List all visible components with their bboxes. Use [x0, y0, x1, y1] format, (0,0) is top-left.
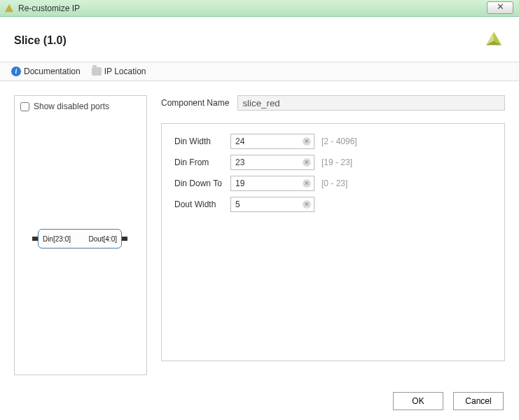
right-panel: Component Name Din Width ✕ [2 - 4096] Di…	[161, 95, 505, 375]
param-label: Din Width	[174, 136, 230, 146]
preview-panel: Show disabled ports Din[23:0] Dout[4:0]	[14, 95, 147, 375]
documentation-label: Documentation	[24, 66, 81, 76]
vivado-logo-icon	[483, 29, 505, 52]
show-disabled-ports-input[interactable]	[20, 102, 29, 111]
din-from-input[interactable]	[231, 155, 314, 169]
param-row-din-down-to: Din Down To ✕ [0 - 23]	[174, 176, 492, 191]
range-hint: [0 - 23]	[321, 178, 347, 188]
ip-location-label: IP Location	[104, 66, 146, 76]
param-row-dout-width: Dout Width ✕	[174, 197, 492, 212]
din-port-label: Din[23:0]	[43, 235, 71, 243]
din-width-input-wrap: ✕	[230, 134, 314, 149]
window-title: Re-customize IP	[18, 4, 80, 13]
show-disabled-ports-checkbox[interactable]: Show disabled ports	[20, 102, 141, 111]
dialog-footer: OK Cancel	[393, 392, 504, 410]
param-label: Din From	[174, 158, 230, 167]
clear-icon[interactable]: ✕	[303, 200, 311, 209]
app-icon	[4, 4, 14, 13]
content-area: Show disabled ports Din[23:0] Dout[4:0] …	[0, 81, 519, 389]
dout-port-label: Dout[4:0]	[88, 235, 117, 243]
close-button[interactable]: ✕	[487, 1, 513, 14]
dialog-header: Slice (1.0)	[0, 17, 519, 62]
din-width-input[interactable]	[231, 134, 314, 148]
component-name-input[interactable]	[237, 95, 505, 111]
clear-icon[interactable]: ✕	[303, 158, 311, 167]
range-hint: [2 - 4096]	[321, 136, 357, 146]
title-bar: Re-customize IP ✕	[0, 0, 519, 17]
param-row-din-from: Din From ✕ [19 - 23]	[174, 155, 492, 170]
param-label: Dout Width	[174, 200, 230, 209]
cancel-button[interactable]: Cancel	[453, 392, 504, 410]
port-marker-right	[122, 237, 127, 241]
port-marker-left	[32, 237, 38, 241]
documentation-link[interactable]: i Documentation	[11, 66, 81, 76]
block-diagram: Din[23:0] Dout[4:0]	[34, 229, 125, 248]
ip-location-link[interactable]: IP Location	[92, 66, 146, 76]
info-icon: i	[11, 66, 21, 76]
component-name-label: Component Name	[161, 98, 229, 108]
folder-icon	[92, 67, 102, 76]
page-title: Slice (1.0)	[14, 34, 67, 47]
dout-width-input-wrap: ✕	[230, 197, 314, 212]
param-label: Din Down To	[174, 178, 230, 188]
slice-block: Din[23:0] Dout[4:0]	[38, 229, 122, 248]
din-from-input-wrap: ✕	[230, 155, 314, 170]
clear-icon[interactable]: ✕	[303, 137, 311, 146]
din-down-to-input-wrap: ✕	[230, 176, 314, 191]
ok-button[interactable]: OK	[393, 392, 443, 410]
dout-width-input[interactable]	[231, 197, 314, 211]
toolbar: i Documentation IP Location	[0, 62, 519, 81]
component-name-row: Component Name	[161, 95, 505, 111]
range-hint: [19 - 23]	[321, 158, 352, 167]
param-row-din-width: Din Width ✕ [2 - 4096]	[174, 134, 492, 149]
din-down-to-input[interactable]	[231, 176, 314, 190]
show-disabled-ports-label: Show disabled ports	[34, 102, 109, 111]
svg-marker-0	[5, 4, 13, 11]
parameters-box: Din Width ✕ [2 - 4096] Din From ✕ [19 - …	[161, 123, 505, 361]
clear-icon[interactable]: ✕	[303, 179, 311, 188]
